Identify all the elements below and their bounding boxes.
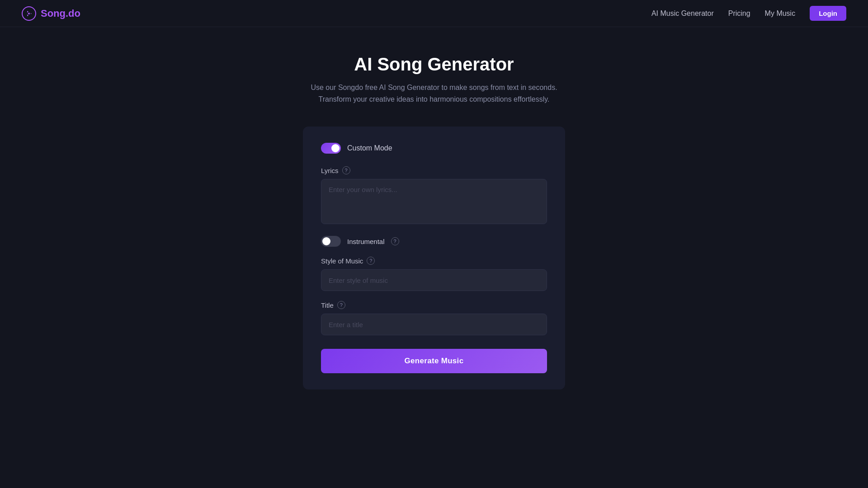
style-info-icon[interactable]: ? xyxy=(367,257,375,265)
instrumental-row: Instrumental ? xyxy=(321,236,547,247)
style-group: Style of Music ? xyxy=(321,257,547,291)
lyrics-group: Lyrics ? xyxy=(321,166,547,226)
lyrics-label: Lyrics ? xyxy=(321,166,547,174)
login-button[interactable]: Login xyxy=(810,6,846,21)
style-label: Style of Music ? xyxy=(321,257,547,265)
logo-icon xyxy=(22,6,36,21)
instrumental-toggle[interactable] xyxy=(321,236,341,247)
nav-pricing[interactable]: Pricing xyxy=(728,9,750,18)
custom-mode-label: Custom Mode xyxy=(347,144,392,152)
logo-text: Song.do xyxy=(41,8,80,19)
title-input[interactable] xyxy=(321,314,547,335)
instrumental-info-icon[interactable]: ? xyxy=(391,237,399,245)
custom-mode-toggle[interactable] xyxy=(321,143,341,154)
logo[interactable]: Song.do xyxy=(22,6,80,21)
svg-point-2 xyxy=(28,13,30,14)
lyrics-info-icon[interactable]: ? xyxy=(342,166,350,174)
title-label: Title ? xyxy=(321,301,547,309)
style-input[interactable] xyxy=(321,269,547,291)
nav-links: AI Music Generator Pricing My Music Logi… xyxy=(651,6,846,21)
nav-my-music[interactable]: My Music xyxy=(765,9,796,18)
generate-button[interactable]: Generate Music xyxy=(321,349,547,373)
form-card: Custom Mode Lyrics ? Instrumental ? Styl… xyxy=(303,127,565,389)
page-title: AI Song Generator xyxy=(354,54,514,75)
title-group: Title ? xyxy=(321,301,547,335)
nav-ai-music-generator[interactable]: AI Music Generator xyxy=(651,9,714,18)
page-subtitle: Use our Songdo free AI Song Generator to… xyxy=(307,82,561,105)
title-info-icon[interactable]: ? xyxy=(337,301,345,309)
main-content: AI Song Generator Use our Songdo free AI… xyxy=(0,27,868,389)
navbar: Song.do AI Music Generator Pricing My Mu… xyxy=(0,0,868,27)
instrumental-label: Instrumental xyxy=(347,238,385,245)
custom-mode-row: Custom Mode xyxy=(321,143,547,154)
lyrics-input[interactable] xyxy=(321,179,547,224)
